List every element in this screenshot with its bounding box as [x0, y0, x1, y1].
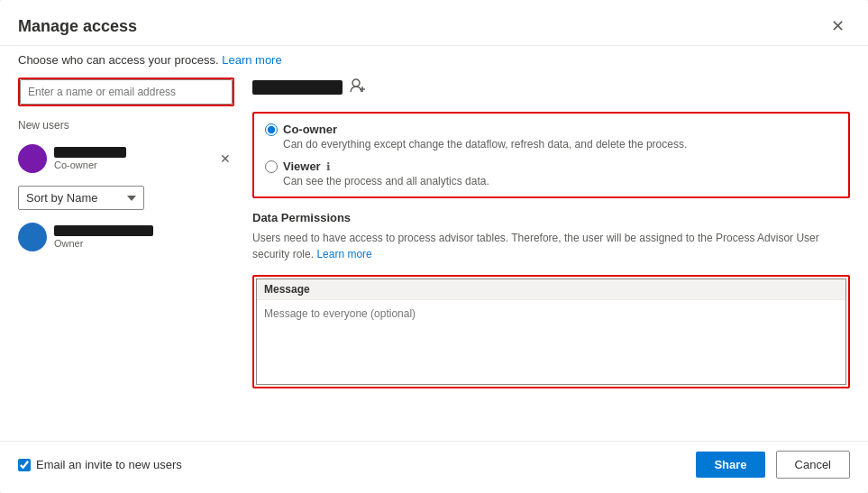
message-box-inner: Message [256, 278, 846, 385]
manage-access-dialog: Manage access ✕ Choose who can access yo… [0, 0, 868, 493]
viewer-option: Viewer ℹ Can see the process and all ana… [265, 160, 837, 187]
viewer-info-icon: ℹ [326, 160, 331, 173]
message-label: Message [257, 279, 845, 300]
data-permissions-section: Data Permissions Users need to have acce… [252, 211, 850, 262]
subtitle-text: Choose who can access your process. [18, 53, 219, 67]
selected-user-name-blocked [252, 80, 343, 95]
add-user-icon [350, 78, 366, 97]
learn-more-link[interactable]: Learn more [222, 53, 281, 67]
user-role-owner: Owner [54, 238, 234, 249]
close-button[interactable]: ✕ [826, 14, 850, 38]
right-panel: Co-owner Can do everything except change… [252, 78, 850, 426]
user-item-owner: Owner [18, 219, 234, 255]
search-input[interactable] [20, 79, 233, 105]
email-invite-row: Email an invite to new users [18, 458, 685, 471]
coowner-option: Co-owner Can do everything except change… [265, 123, 837, 151]
avatar-coowner [18, 144, 47, 173]
share-button[interactable]: Share [696, 452, 764, 478]
email-invite-checkbox[interactable] [18, 459, 31, 471]
coowner-radio[interactable] [265, 123, 278, 136]
data-permissions-text: Users need to have access to process adv… [252, 230, 850, 262]
data-permissions-heading: Data Permissions [252, 211, 850, 224]
cancel-button[interactable]: Cancel [776, 451, 850, 479]
new-users-label: New users [18, 119, 234, 132]
role-selection-box: Co-owner Can do everything except change… [252, 112, 850, 198]
email-invite-label: Email an invite to new users [36, 458, 182, 471]
coowner-radio-row: Co-owner [265, 123, 837, 136]
sort-select[interactable]: Sort by Name Sort by Role [18, 186, 144, 210]
avatar-owner [18, 223, 47, 251]
coowner-description: Can do everything except change the data… [283, 138, 837, 151]
user-name-blocked-owner [54, 225, 153, 236]
search-input-container [18, 78, 234, 106]
coowner-label: Co-owner [283, 123, 337, 136]
dialog-title: Manage access [18, 17, 137, 36]
dialog-body: New users Co-owner ✕ Sort by Name Sort b… [0, 70, 868, 441]
viewer-radio[interactable] [265, 160, 278, 173]
dialog-footer: Email an invite to new users Share Cance… [0, 441, 868, 493]
user-info-owner: Owner [54, 225, 234, 249]
message-box: Message [252, 275, 850, 388]
dialog-header: Manage access ✕ [0, 0, 868, 46]
dialog-subtitle: Choose who can access your process. Lear… [0, 46, 868, 70]
viewer-radio-row: Viewer ℹ [265, 160, 837, 173]
user-item-coowner: Co-owner ✕ [18, 141, 234, 177]
right-top [252, 78, 850, 97]
viewer-description: Can see the process and all analytics da… [283, 175, 837, 187]
svg-point-0 [352, 79, 360, 87]
user-info-coowner: Co-owner [54, 147, 234, 170]
left-panel: New users Co-owner ✕ Sort by Name Sort b… [18, 78, 234, 426]
remove-user-button[interactable]: ✕ [216, 150, 234, 168]
message-textarea[interactable] [257, 300, 845, 381]
user-role-coowner: Co-owner [54, 160, 234, 170]
viewer-label: Viewer [283, 160, 321, 173]
message-section: Message [252, 275, 850, 388]
sort-container: Sort by Name Sort by Role [18, 186, 234, 210]
user-name-blocked-coowner [54, 147, 126, 158]
permissions-learn-more[interactable]: Learn more [316, 248, 371, 260]
